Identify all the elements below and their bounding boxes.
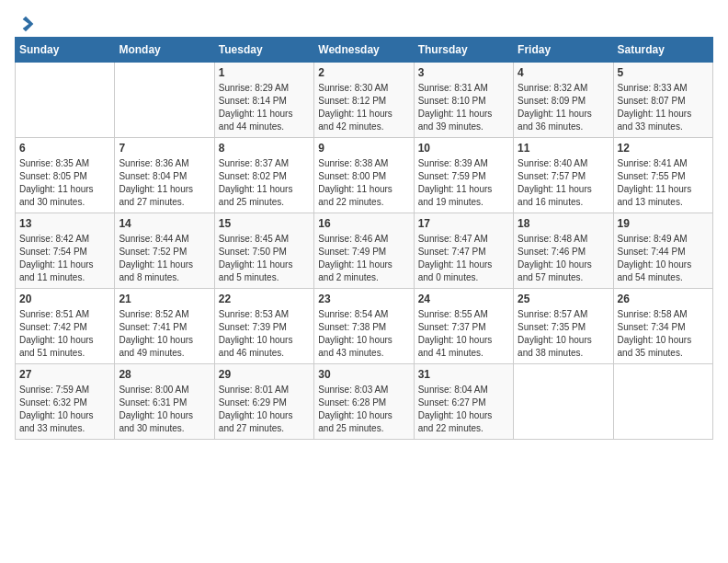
day-info: Sunrise: 7:59 AM Sunset: 6:32 PM Dayligh…	[19, 384, 110, 435]
week-row: 6Sunrise: 8:35 AM Sunset: 8:05 PM Daylig…	[16, 138, 713, 213]
calendar-cell: 27Sunrise: 7:59 AM Sunset: 6:32 PM Dayli…	[16, 364, 115, 440]
weekday-header: Tuesday	[214, 38, 313, 63]
calendar-cell: 18Sunrise: 8:48 AM Sunset: 7:46 PM Dayli…	[514, 213, 613, 289]
calendar-cell: 9Sunrise: 8:38 AM Sunset: 8:00 PM Daylig…	[314, 138, 414, 213]
day-number: 13	[19, 217, 110, 230]
day-number: 5	[618, 66, 709, 79]
day-number: 1	[219, 66, 310, 79]
day-info: Sunrise: 8:47 AM Sunset: 7:47 PM Dayligh…	[418, 233, 509, 284]
calendar-cell: 21Sunrise: 8:52 AM Sunset: 7:41 PM Dayli…	[115, 289, 214, 364]
calendar-cell: 30Sunrise: 8:03 AM Sunset: 6:28 PM Dayli…	[314, 364, 414, 440]
day-number: 6	[19, 142, 110, 155]
page-header	[15, 15, 713, 29]
day-info: Sunrise: 8:51 AM Sunset: 7:42 PM Dayligh…	[19, 308, 110, 360]
day-number: 9	[318, 142, 409, 155]
calendar-cell: 1Sunrise: 8:29 AM Sunset: 8:14 PM Daylig…	[214, 63, 313, 138]
day-number: 3	[418, 66, 509, 79]
day-number: 24	[418, 293, 509, 305]
weekday-header: Monday	[115, 38, 214, 63]
calendar-cell: 26Sunrise: 8:58 AM Sunset: 7:34 PM Dayli…	[613, 289, 712, 364]
day-info: Sunrise: 8:45 AM Sunset: 7:50 PM Dayligh…	[219, 233, 310, 284]
calendar-cell: 6Sunrise: 8:35 AM Sunset: 8:05 PM Daylig…	[16, 138, 115, 213]
calendar-cell: 3Sunrise: 8:31 AM Sunset: 8:10 PM Daylig…	[414, 63, 513, 138]
calendar-cell: 15Sunrise: 8:45 AM Sunset: 7:50 PM Dayli…	[214, 213, 313, 289]
day-info: Sunrise: 8:49 AM Sunset: 7:44 PM Dayligh…	[618, 233, 709, 284]
day-number: 29	[219, 368, 310, 381]
day-number: 22	[219, 293, 310, 305]
logo-icon	[17, 15, 35, 33]
calendar-cell: 25Sunrise: 8:57 AM Sunset: 7:35 PM Dayli…	[514, 289, 613, 364]
day-info: Sunrise: 8:52 AM Sunset: 7:41 PM Dayligh…	[119, 308, 210, 360]
day-number: 21	[119, 293, 210, 305]
day-info: Sunrise: 8:53 AM Sunset: 7:39 PM Dayligh…	[219, 308, 310, 360]
day-info: Sunrise: 8:54 AM Sunset: 7:38 PM Dayligh…	[318, 308, 409, 360]
day-number: 11	[518, 142, 609, 155]
weekday-header: Friday	[514, 38, 613, 63]
day-info: Sunrise: 8:30 AM Sunset: 8:12 PM Dayligh…	[318, 82, 409, 133]
day-info: Sunrise: 8:38 AM Sunset: 8:00 PM Dayligh…	[318, 157, 409, 209]
weekday-header: Saturday	[613, 38, 712, 63]
day-info: Sunrise: 8:04 AM Sunset: 6:27 PM Dayligh…	[418, 384, 509, 435]
calendar-cell	[514, 364, 613, 440]
calendar-cell	[613, 364, 712, 440]
calendar-cell: 24Sunrise: 8:55 AM Sunset: 7:37 PM Dayli…	[414, 289, 513, 364]
calendar-cell: 16Sunrise: 8:46 AM Sunset: 7:49 PM Dayli…	[314, 213, 414, 289]
day-number: 26	[618, 293, 709, 305]
calendar-cell: 20Sunrise: 8:51 AM Sunset: 7:42 PM Dayli…	[16, 289, 115, 364]
day-info: Sunrise: 8:40 AM Sunset: 7:57 PM Dayligh…	[518, 157, 609, 209]
day-number: 4	[518, 66, 609, 79]
day-info: Sunrise: 8:00 AM Sunset: 6:31 PM Dayligh…	[119, 384, 210, 435]
calendar-cell: 22Sunrise: 8:53 AM Sunset: 7:39 PM Dayli…	[214, 289, 313, 364]
weekday-header: Wednesday	[314, 38, 414, 63]
calendar-cell: 29Sunrise: 8:01 AM Sunset: 6:29 PM Dayli…	[214, 364, 313, 440]
day-info: Sunrise: 8:31 AM Sunset: 8:10 PM Dayligh…	[418, 82, 509, 133]
weekday-header: Sunday	[16, 38, 115, 63]
day-info: Sunrise: 8:01 AM Sunset: 6:29 PM Dayligh…	[219, 384, 310, 435]
calendar-cell: 2Sunrise: 8:30 AM Sunset: 8:12 PM Daylig…	[314, 63, 414, 138]
day-info: Sunrise: 8:44 AM Sunset: 7:52 PM Dayligh…	[119, 233, 210, 284]
day-number: 27	[19, 368, 110, 381]
calendar-cell: 8Sunrise: 8:37 AM Sunset: 8:02 PM Daylig…	[214, 138, 313, 213]
day-number: 18	[518, 217, 609, 230]
week-row: 20Sunrise: 8:51 AM Sunset: 7:42 PM Dayli…	[16, 289, 713, 364]
day-info: Sunrise: 8:39 AM Sunset: 7:59 PM Dayligh…	[418, 157, 509, 209]
logo	[15, 15, 35, 29]
week-row: 1Sunrise: 8:29 AM Sunset: 8:14 PM Daylig…	[16, 63, 713, 138]
calendar-cell: 5Sunrise: 8:33 AM Sunset: 8:07 PM Daylig…	[613, 63, 712, 138]
week-row: 13Sunrise: 8:42 AM Sunset: 7:54 PM Dayli…	[16, 213, 713, 289]
day-number: 16	[318, 217, 409, 230]
calendar-cell	[16, 63, 115, 138]
calendar-cell: 23Sunrise: 8:54 AM Sunset: 7:38 PM Dayli…	[314, 289, 414, 364]
calendar-cell: 31Sunrise: 8:04 AM Sunset: 6:27 PM Dayli…	[414, 364, 513, 440]
day-number: 14	[119, 217, 210, 230]
day-number: 17	[418, 217, 509, 230]
day-info: Sunrise: 8:57 AM Sunset: 7:35 PM Dayligh…	[518, 308, 609, 360]
calendar-cell	[115, 63, 214, 138]
day-info: Sunrise: 8:58 AM Sunset: 7:34 PM Dayligh…	[618, 308, 709, 360]
day-number: 7	[119, 142, 210, 155]
day-info: Sunrise: 8:42 AM Sunset: 7:54 PM Dayligh…	[19, 233, 110, 284]
day-number: 10	[418, 142, 509, 155]
calendar-cell: 28Sunrise: 8:00 AM Sunset: 6:31 PM Dayli…	[115, 364, 214, 440]
calendar-table: SundayMondayTuesdayWednesdayThursdayFrid…	[15, 37, 713, 440]
weekday-header: Thursday	[414, 38, 513, 63]
day-info: Sunrise: 8:46 AM Sunset: 7:49 PM Dayligh…	[318, 233, 409, 284]
day-number: 20	[19, 293, 110, 305]
day-number: 15	[219, 217, 310, 230]
calendar-cell: 12Sunrise: 8:41 AM Sunset: 7:55 PM Dayli…	[613, 138, 712, 213]
day-info: Sunrise: 8:55 AM Sunset: 7:37 PM Dayligh…	[418, 308, 509, 360]
day-info: Sunrise: 8:33 AM Sunset: 8:07 PM Dayligh…	[618, 82, 709, 133]
calendar-cell: 17Sunrise: 8:47 AM Sunset: 7:47 PM Dayli…	[414, 213, 513, 289]
calendar-cell: 14Sunrise: 8:44 AM Sunset: 7:52 PM Dayli…	[115, 213, 214, 289]
week-row: 27Sunrise: 7:59 AM Sunset: 6:32 PM Dayli…	[16, 364, 713, 440]
day-number: 2	[318, 66, 409, 79]
day-info: Sunrise: 8:48 AM Sunset: 7:46 PM Dayligh…	[518, 233, 609, 284]
day-info: Sunrise: 8:35 AM Sunset: 8:05 PM Dayligh…	[19, 157, 110, 209]
day-info: Sunrise: 8:03 AM Sunset: 6:28 PM Dayligh…	[318, 384, 409, 435]
calendar-cell: 19Sunrise: 8:49 AM Sunset: 7:44 PM Dayli…	[613, 213, 712, 289]
day-number: 23	[318, 293, 409, 305]
calendar-cell: 7Sunrise: 8:36 AM Sunset: 8:04 PM Daylig…	[115, 138, 214, 213]
calendar-cell: 13Sunrise: 8:42 AM Sunset: 7:54 PM Dayli…	[16, 213, 115, 289]
day-number: 12	[618, 142, 709, 155]
day-number: 19	[618, 217, 709, 230]
